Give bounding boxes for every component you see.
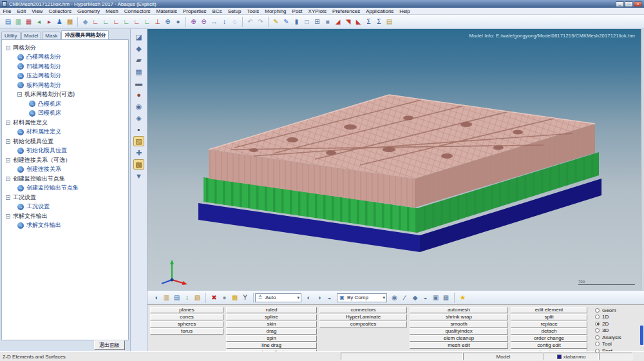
graphics-viewport[interactable]: Model Info: E:/wale/gongyong/Model081712… (147, 29, 644, 290)
panel-button-connectors[interactable]: connectors (319, 307, 407, 313)
save-model-icon[interactable]: ▦ (24, 17, 33, 26)
arrow-display-icon[interactable]: ▼ (133, 171, 144, 181)
panel-button-smooth[interactable]: smooth (410, 321, 508, 327)
tree-action-icon[interactable]: → (17, 204, 24, 210)
feature-display-icon[interactable]: ◈ (133, 113, 144, 123)
panel-button-spin[interactable]: spin (226, 335, 317, 342)
tree-expand-icon[interactable]: − (17, 92, 22, 97)
tree-row[interactable]: →工况设置 (3, 202, 127, 212)
redo-icon[interactable]: ↷ (256, 17, 265, 26)
panel-button-mesh-edit[interactable]: mesh edit (410, 342, 508, 349)
panel-button-spheres[interactable]: spheres (150, 321, 223, 327)
tab-冲压模具网格划分[interactable]: 冲压模具网格划分 (61, 30, 109, 39)
section-spin-icon[interactable]: ◥ (343, 17, 353, 26)
panel-button-torus[interactable]: torus (150, 328, 223, 335)
transparency-icon[interactable]: ◒ (421, 293, 430, 302)
globe-view-icon[interactable]: ● (173, 17, 183, 26)
radio-dot[interactable] (595, 328, 600, 333)
status-include[interactable]: Model (463, 353, 544, 360)
mass-calc-icon[interactable]: Σ (364, 17, 374, 26)
status-current-component[interactable]: xiabanmo (544, 353, 599, 360)
entity-state-icon[interactable]: ◖ (151, 293, 161, 302)
display-flag-icon[interactable]: ▧ (193, 293, 202, 302)
node-display-icon[interactable]: ◉ (133, 101, 144, 112)
menu-item[interactable]: Morphing (262, 8, 289, 14)
menu-item[interactable]: Applications (363, 8, 397, 14)
presentation-icon[interactable]: ▩ (65, 17, 75, 26)
layer-icon[interactable]: ▣ (431, 293, 440, 302)
solid-geometry-icon[interactable]: ■ (323, 17, 332, 26)
selector-combo[interactable]: ≙ Auto ▾ (255, 293, 301, 302)
tree-row[interactable]: −材料属性定义 (3, 118, 127, 128)
tree-row[interactable]: →凹模机床 (3, 109, 127, 119)
menu-item[interactable]: Tools (244, 8, 262, 14)
radio-tool[interactable]: Tool (595, 341, 621, 348)
quick-edit-icon[interactable]: ✎ (271, 17, 281, 26)
tree-row[interactable]: →初始化模具位置 (3, 146, 127, 156)
tree-action-icon[interactable]: → (17, 185, 24, 191)
tree-action-icon[interactable]: → (17, 148, 24, 154)
shaded-geometry-icon[interactable]: ⊞ (312, 17, 322, 26)
menu-item[interactable]: Preferences (330, 8, 363, 14)
tree-action-icon[interactable]: → (17, 166, 24, 173)
tab-mask[interactable]: Mask (42, 32, 61, 39)
options-icon[interactable]: Y (240, 293, 250, 302)
minimize-button[interactable]: _ (616, 1, 624, 7)
delete-icon[interactable]: ✖ (209, 293, 219, 302)
tree-row[interactable]: →压边网格划分 (3, 72, 127, 81)
property-table-icon[interactable]: ▩ (133, 159, 144, 170)
radio-1d[interactable]: 1D (595, 314, 621, 321)
tree-row[interactable]: →求解文件输出 (3, 221, 127, 231)
thickness-icon[interactable]: ◆ (410, 293, 420, 302)
tree-row[interactable]: −工况设置 (3, 193, 127, 202)
tree-row[interactable]: −网格划分 (3, 43, 127, 53)
panel-button-automesh[interactable]: automesh (410, 307, 508, 313)
close-button[interactable]: x (634, 1, 642, 7)
radio-2d[interactable]: 2D (595, 320, 621, 327)
radio-dot[interactable] (595, 315, 600, 319)
maximize-button[interactable]: □ (625, 1, 633, 7)
wireframe-geometry-icon[interactable]: □ (302, 17, 312, 26)
panel-button-cones[interactable]: cones (150, 314, 223, 320)
geometry-edit-icon[interactable]: ✎ (281, 17, 291, 26)
menu-item[interactable]: View (29, 8, 46, 14)
shaded-mesh-icon[interactable]: ◒ (325, 293, 334, 302)
sphere-display-icon[interactable]: ● (133, 90, 144, 100)
section-cut-icon[interactable]: ◢ (333, 17, 343, 26)
import-icon[interactable]: ◂ (34, 17, 44, 26)
tree-row[interactable]: −创建监控输出节点集 (3, 174, 127, 184)
element-color-icon[interactable]: ◉ (390, 293, 399, 302)
tree-action-icon[interactable]: → (29, 101, 35, 107)
panel-button-qualityindex[interactable]: qualityindex (410, 328, 508, 335)
small-dot-icon[interactable]: ▪ (133, 124, 144, 135)
tree-action-icon[interactable]: → (17, 129, 24, 135)
panel-button-composites[interactable]: composites (319, 321, 407, 327)
tree-expand-icon[interactable]: − (6, 46, 10, 50)
mesh-display-icon[interactable]: ▦ (133, 66, 144, 77)
fit-horizontal-icon[interactable]: ↔ (209, 17, 219, 26)
iso-view-icon[interactable]: ∟ (91, 17, 100, 26)
tree-action-icon[interactable]: → (17, 82, 24, 88)
mass-details-icon[interactable]: Σ (374, 17, 384, 26)
tree-row[interactable]: →材料属性定义 (3, 128, 127, 137)
radio-dot[interactable] (595, 308, 600, 313)
radio-dot[interactable] (595, 342, 600, 346)
material-table-icon[interactable]: ▨ (133, 136, 144, 146)
zoom-in-icon[interactable]: ⊕ (189, 17, 198, 26)
menu-item[interactable]: Geometry (74, 8, 102, 14)
display-all-icon[interactable]: ▤ (172, 293, 182, 302)
color-by-combo[interactable]: ▣ By Comp ▾ (337, 293, 387, 302)
surfaces-display-icon[interactable]: ◪ (133, 32, 144, 42)
tree-action-icon[interactable]: → (17, 54, 24, 61)
tree-expand-icon[interactable]: − (6, 139, 10, 144)
tree-row[interactable]: →凹模网格划分 (3, 62, 127, 72)
tab-utility[interactable]: Utility (1, 32, 21, 39)
tree-row[interactable]: −机床网格划分(可选) (3, 90, 127, 100)
tree-action-icon[interactable]: → (17, 222, 24, 229)
left-view-icon[interactable]: ∟ (111, 17, 121, 26)
panel-button-spline[interactable]: spline (226, 314, 317, 320)
tree-row[interactable]: →凸模机床 (3, 99, 127, 109)
menu-item[interactable]: Help (397, 8, 413, 14)
menu-item[interactable]: Edit (14, 8, 29, 14)
panel-button-config-edit[interactable]: config edit (511, 342, 587, 349)
